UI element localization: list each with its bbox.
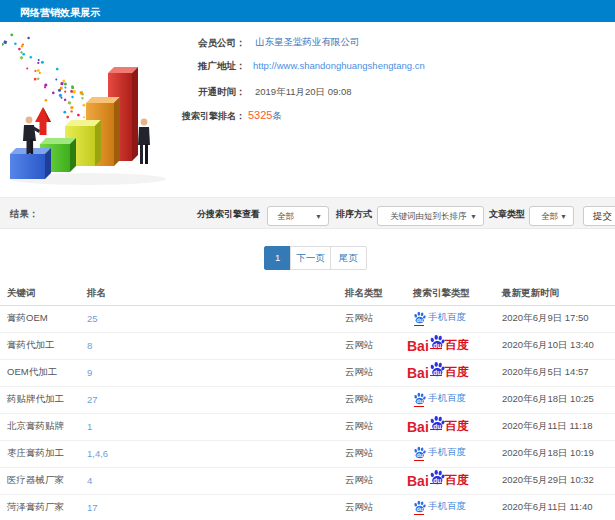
rank-link[interactable]: 25 <box>87 313 98 324</box>
engine-baidu-pc: Bai du 百度 <box>407 337 469 354</box>
baidu-paw-underline <box>430 348 442 350</box>
rank-cell: 27 <box>80 386 335 413</box>
rank-link[interactable]: 1,4,6 <box>87 448 108 459</box>
results-table: 关键词 排名 排名类型 搜索引擎类型 最新更新时间 膏药OEM 25 云网站 d… <box>0 283 615 520</box>
engine-cell: Bai du 百度 <box>407 467 487 494</box>
rank-link[interactable]: 9 <box>87 367 92 378</box>
keyword-cell: 膏药OEM <box>0 305 80 332</box>
updated-cell: 2020年5月29日 10:32 <box>487 467 615 494</box>
baidu-logo-baidu-text: 百度 <box>445 364 469 381</box>
baidu-paw-underline <box>414 514 424 516</box>
businessman-right <box>138 119 150 164</box>
engine-filter-value: 全部 <box>277 211 294 221</box>
rank-type-cell: 云网站 <box>335 413 407 440</box>
baidu-logo-baidu-text: 百度 <box>445 472 469 489</box>
rank-type-cell: 云网站 <box>335 359 407 386</box>
sort-label: 排序方式 <box>336 208 372 221</box>
rank-cell: 1,4,6 <box>80 440 335 467</box>
filter-bar: 结果： 分搜索引擎查看 全部▼ 排序方式 关键词由短到长排序▼ 文章类型 全部▼… <box>0 197 615 229</box>
svg-text:du: du <box>417 506 423 512</box>
engine-cell: du 手机百度 <box>407 305 487 332</box>
company-label: 会员公司： <box>198 37 246 50</box>
last-page-button[interactable]: 尾页 <box>330 246 367 270</box>
updated-cell: 2020年6月18日 10:19 <box>487 440 615 467</box>
col-rank-type: 排名类型 <box>335 283 407 305</box>
rank-type-cell: 云网站 <box>335 332 407 359</box>
rank-type-cell: 云网站 <box>335 305 407 332</box>
baidu-logo-bai-text: Bai <box>407 419 429 435</box>
engine-mobile-baidu: du 手机百度 <box>413 446 466 459</box>
col-engine-type: 搜索引擎类型 <box>407 283 487 305</box>
chevron-down-icon: ▼ <box>470 207 477 226</box>
sort-select[interactable]: 关键词由短到长排序▼ <box>377 206 484 226</box>
engine-cell: Bai du 百度 <box>407 332 487 359</box>
rank-type-cell: 云网站 <box>335 440 407 467</box>
result-label: 结果： <box>10 208 39 221</box>
opentime-value: 2019年11月20日 09:08 <box>255 86 351 99</box>
info-row-company: 会员公司： 山东皇圣堂药业有限公司 <box>0 37 500 51</box>
engine-cell: Bai du 百度 <box>407 413 487 440</box>
baidu-paw-icon: du <box>429 361 445 377</box>
rank-type-cell: 云网站 <box>335 467 407 494</box>
article-type-select[interactable]: 全部▼ <box>529 206 574 226</box>
engine-baidu-pc: Bai du 百度 <box>407 364 469 381</box>
opentime-label: 开通时间： <box>198 86 246 99</box>
engine-mobile-label: 手机百度 <box>428 311 466 324</box>
rank-link[interactable]: 27 <box>87 394 98 405</box>
company-link[interactable]: 山东皇圣堂药业有限公司 <box>255 36 360 49</box>
rank-link[interactable]: 4 <box>87 475 92 486</box>
baidu-logo-bai-text: Bai <box>407 365 429 381</box>
page-title: 网络营销效果展示 <box>20 6 100 20</box>
keyword-cell: 菏泽膏药厂家 <box>0 494 80 520</box>
baidu-logo-baidu-text: 百度 <box>445 337 469 354</box>
engine-baidu-pc: Bai du 百度 <box>407 418 469 435</box>
baidu-paw-underline <box>430 375 442 377</box>
keyword-cell: 枣庄膏药加工 <box>0 440 80 467</box>
keyword-cell: 膏药代加工 <box>0 332 80 359</box>
info-row-url: 推广地址： http://www.shandonghuangshengtang.… <box>0 60 500 74</box>
title-bar: 网络营销效果展示 <box>0 0 615 22</box>
rank-cell: 8 <box>80 332 335 359</box>
rank-cell: 9 <box>80 359 335 386</box>
engine-filter-label: 分搜索引擎查看 <box>197 208 260 221</box>
svg-text:du: du <box>417 398 423 404</box>
article-type-value: 全部 <box>541 211 558 221</box>
rank-cell: 25 <box>80 305 335 332</box>
baidu-logo-bai-text: Bai <box>407 473 429 489</box>
url-label: 推广地址： <box>198 60 246 73</box>
engine-baidu-pc: Bai du 百度 <box>407 472 469 489</box>
table-row: 枣庄膏药加工 1,4,6 云网站 du 手机百度 2020年6月18日 10:1… <box>0 440 615 467</box>
engine-cell: du 手机百度 <box>407 494 487 520</box>
baidu-paw-icon: du <box>429 469 445 485</box>
submit-button[interactable]: 提交 <box>583 206 615 226</box>
baidu-paw-underline <box>430 483 442 485</box>
engine-cell: du 手机百度 <box>407 440 487 467</box>
next-page-button[interactable]: 下一页 <box>290 246 331 270</box>
engine-mobile-label: 手机百度 <box>428 500 466 513</box>
sort-select-value: 关键词由短到长排序 <box>390 211 467 221</box>
table-row: 医疗器械厂家 4 云网站 Bai du 百度 2020年5月29日 10:32 <box>0 467 615 494</box>
keyword-cell: 医疗器械厂家 <box>0 467 80 494</box>
baidu-paw-underline <box>414 460 424 462</box>
baidu-logo-bai-text: Bai <box>407 338 429 354</box>
table-row: 膏药代加工 8 云网站 Bai du 百度 2020年6月10日 13:40 <box>0 332 615 359</box>
baidu-paw-icon: du <box>429 415 445 431</box>
updated-cell: 2020年6月11日 11:40 <box>487 494 615 520</box>
engine-filter-select[interactable]: 全部▼ <box>267 206 329 226</box>
promo-url-link[interactable]: http://www.shandonghuangshengtang.cn <box>253 60 425 71</box>
baidu-paw-underline <box>430 429 442 431</box>
rankcount-value: 5325条 <box>248 109 282 123</box>
table-row: 菏泽膏药厂家 17 云网站 du 手机百度 2020年6月11日 11:40 <box>0 494 615 520</box>
baidu-logo-baidu-text: 百度 <box>445 418 469 435</box>
engine-mobile-baidu: du 手机百度 <box>413 500 466 513</box>
rank-link[interactable]: 8 <box>87 340 92 351</box>
baidu-paw-icon: du <box>413 392 426 405</box>
baidu-paw-underline <box>414 325 424 327</box>
rank-link[interactable]: 1 <box>87 421 92 432</box>
baidu-paw-icon: du <box>429 334 445 350</box>
keyword-cell: 药贴牌代加工 <box>0 386 80 413</box>
keyword-cell: OEM代加工 <box>0 359 80 386</box>
rank-link[interactable]: 17 <box>87 502 98 513</box>
pagination: 1下一页尾页 <box>265 246 367 270</box>
page-1-button[interactable]: 1 <box>264 246 291 270</box>
